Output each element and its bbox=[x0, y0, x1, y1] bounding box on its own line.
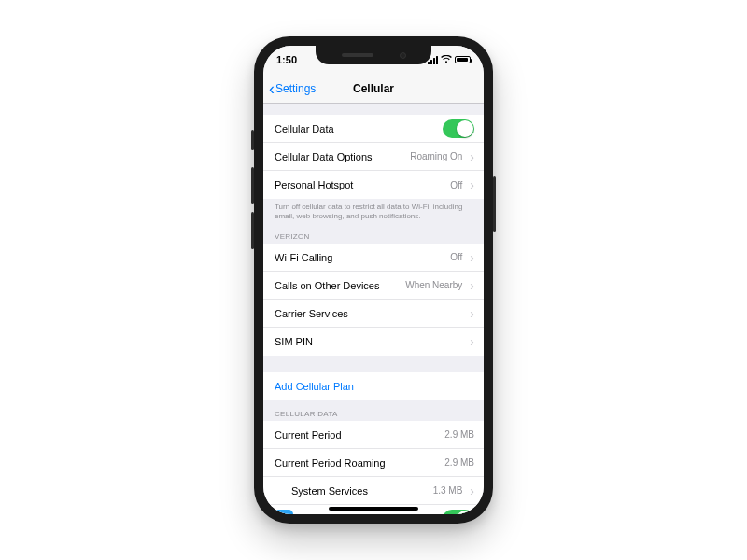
status-right bbox=[428, 55, 471, 65]
row-label: Cellular Data bbox=[275, 123, 437, 134]
back-button[interactable]: ‹ Settings bbox=[269, 80, 316, 97]
row-detail: Off bbox=[450, 180, 462, 190]
cellular-data-toggle[interactable] bbox=[443, 119, 474, 138]
row-label: App Store bbox=[304, 513, 437, 514]
row-detail: Roaming On bbox=[410, 151, 462, 161]
battery-icon bbox=[455, 56, 471, 63]
row-detail: When Nearby bbox=[405, 280, 462, 290]
row-cellular-data[interactable]: Cellular Data bbox=[263, 115, 484, 143]
status-time: 1:50 bbox=[276, 54, 297, 65]
row-sim-pin[interactable]: SIM PIN › bbox=[263, 328, 484, 356]
iphone-frame: 1:50 ‹ Settings Cellular Cellular Data bbox=[254, 36, 493, 524]
screen: 1:50 ‹ Settings Cellular Cellular Data bbox=[263, 46, 484, 514]
group-footnote: Turn off cellular data to restrict all d… bbox=[263, 199, 484, 223]
group-cellular: Cellular Data Cellular Data Options Roam… bbox=[263, 115, 484, 199]
chevron-right-icon: › bbox=[470, 250, 474, 265]
row-calls-other-devices[interactable]: Calls on Other Devices When Nearby › bbox=[263, 272, 484, 300]
speaker bbox=[342, 53, 374, 57]
mute-switch bbox=[251, 130, 254, 150]
row-system-services[interactable]: System Services 1.3 MB › bbox=[263, 477, 484, 505]
chevron-right-icon: › bbox=[470, 278, 474, 293]
app-store-icon bbox=[275, 510, 293, 514]
volume-down-button bbox=[251, 212, 254, 249]
chevron-right-icon: › bbox=[470, 149, 474, 164]
volume-up-button bbox=[251, 167, 254, 204]
app-store-toggle[interactable] bbox=[443, 510, 474, 514]
row-add-cellular-plan[interactable]: Add Cellular Plan bbox=[263, 372, 484, 400]
row-personal-hotspot[interactable]: Personal Hotspot Off › bbox=[263, 171, 484, 199]
power-button bbox=[493, 176, 496, 232]
row-label: Carrier Services bbox=[275, 308, 462, 319]
row-detail: 2.9 MB bbox=[444, 429, 474, 440]
row-cellular-options[interactable]: Cellular Data Options Roaming On › bbox=[263, 143, 484, 171]
row-label: Current Period Roaming bbox=[275, 457, 439, 469]
nav-bar: ‹ Settings Cellular bbox=[263, 74, 484, 104]
row-label: System Services bbox=[291, 485, 428, 497]
chevron-left-icon: ‹ bbox=[269, 80, 275, 97]
chevron-right-icon: › bbox=[470, 334, 474, 349]
row-carrier-services[interactable]: Carrier Services › bbox=[263, 300, 484, 328]
nav-title: Cellular bbox=[353, 82, 394, 95]
chevron-right-icon: › bbox=[470, 177, 474, 192]
back-label: Settings bbox=[275, 82, 316, 95]
settings-list[interactable]: Cellular Data Cellular Data Options Roam… bbox=[263, 104, 484, 514]
front-camera bbox=[400, 52, 406, 59]
row-label: SIM PIN bbox=[275, 336, 462, 347]
row-wifi-calling[interactable]: Wi-Fi Calling Off › bbox=[263, 244, 484, 272]
section-header-carrier: VERIZON bbox=[263, 223, 484, 244]
notch bbox=[316, 46, 431, 64]
row-label: Calls on Other Devices bbox=[275, 280, 400, 291]
group-add-plan: Add Cellular Plan bbox=[263, 372, 484, 400]
chevron-right-icon: › bbox=[470, 306, 474, 321]
row-current-period: Current Period 2.9 MB bbox=[263, 421, 484, 449]
row-detail: Off bbox=[450, 252, 462, 262]
section-header-data: CELLULAR DATA bbox=[263, 400, 484, 421]
wifi-icon bbox=[441, 55, 452, 65]
home-indicator[interactable] bbox=[329, 507, 418, 511]
group-data-usage: Current Period 2.9 MB Current Period Roa… bbox=[263, 421, 484, 514]
row-current-period-roaming: Current Period Roaming 2.9 MB bbox=[263, 449, 484, 477]
row-label: Wi-Fi Calling bbox=[275, 252, 444, 263]
row-detail: 1.3 MB bbox=[433, 485, 463, 496]
row-detail: 2.9 MB bbox=[444, 457, 474, 468]
row-label: Personal Hotspot bbox=[275, 179, 444, 190]
row-label: Add Cellular Plan bbox=[275, 381, 474, 392]
row-label: Current Period bbox=[275, 429, 439, 441]
chevron-right-icon: › bbox=[470, 483, 474, 498]
group-carrier: Wi-Fi Calling Off › Calls on Other Devic… bbox=[263, 244, 484, 356]
row-label: Cellular Data Options bbox=[275, 151, 404, 162]
